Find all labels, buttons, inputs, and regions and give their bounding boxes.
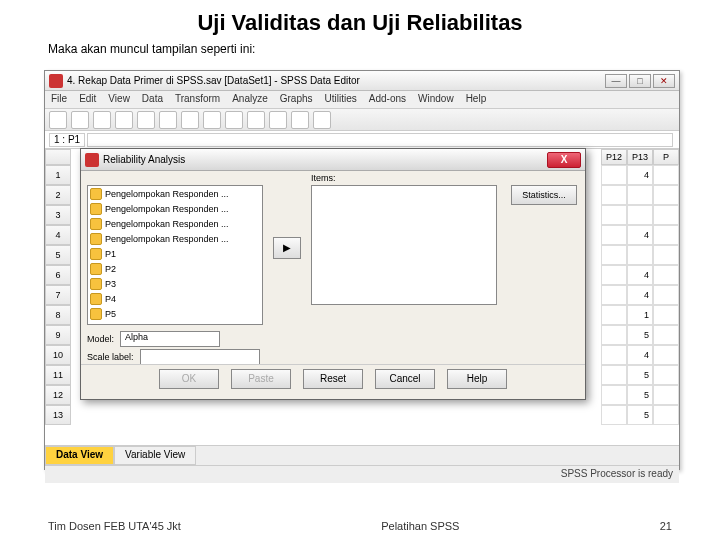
cell[interactable]: 1 (627, 305, 653, 325)
tool-open-icon[interactable] (49, 111, 67, 129)
cell[interactable]: 5 (627, 365, 653, 385)
cell[interactable]: 5 (627, 385, 653, 405)
cell[interactable]: 4 (627, 165, 653, 185)
maximize-button[interactable]: □ (629, 74, 651, 88)
tool-redo-icon[interactable] (137, 111, 155, 129)
row-header[interactable]: 10 (45, 345, 71, 365)
cell[interactable] (601, 305, 627, 325)
list-item[interactable]: P1 (88, 246, 262, 261)
row-header[interactable]: 3 (45, 205, 71, 225)
cell[interactable] (601, 365, 627, 385)
model-combo[interactable]: Alpha (120, 331, 220, 347)
variables-listbox[interactable]: Pengelompokan Responden ... Pengelompoka… (87, 185, 263, 325)
col-header[interactable]: P13 (627, 149, 653, 165)
row-header[interactable]: 6 (45, 265, 71, 285)
col-header[interactable]: P12 (601, 149, 627, 165)
cell[interactable] (653, 405, 679, 425)
tool-select-icon[interactable] (269, 111, 287, 129)
cell[interactable] (601, 405, 627, 425)
scale-input[interactable] (140, 349, 260, 365)
cell[interactable]: 4 (627, 225, 653, 245)
tool-use-icon[interactable] (313, 111, 331, 129)
menu-transform[interactable]: Transform (175, 93, 220, 106)
cancel-button[interactable]: Cancel (375, 369, 435, 389)
cell[interactable] (653, 225, 679, 245)
list-item[interactable]: P2 (88, 261, 262, 276)
cell[interactable] (601, 265, 627, 285)
cell[interactable] (653, 245, 679, 265)
menu-file[interactable]: File (51, 93, 67, 106)
tab-data-view[interactable]: Data View (45, 446, 114, 465)
cell-value[interactable] (87, 133, 673, 147)
menu-help[interactable]: Help (466, 93, 487, 106)
cell[interactable] (627, 245, 653, 265)
tool-print-icon[interactable] (93, 111, 111, 129)
list-item[interactable]: Pengelompokan Responden ... (88, 201, 262, 216)
paste-button[interactable]: Paste (231, 369, 291, 389)
cell[interactable] (601, 385, 627, 405)
tool-find-icon[interactable] (181, 111, 199, 129)
row-header[interactable]: 8 (45, 305, 71, 325)
cell[interactable] (653, 205, 679, 225)
cell[interactable] (601, 285, 627, 305)
menu-window[interactable]: Window (418, 93, 454, 106)
tool-split-icon[interactable] (225, 111, 243, 129)
list-item[interactable]: P4 (88, 291, 262, 306)
cell[interactable]: 4 (627, 345, 653, 365)
cell-reference[interactable]: 1 : P1 (49, 133, 85, 147)
list-item[interactable]: Pengelompokan Responden ... (88, 231, 262, 246)
move-right-button[interactable]: ▶ (273, 237, 301, 259)
tool-undo-icon[interactable] (115, 111, 133, 129)
items-listbox[interactable] (311, 185, 497, 305)
tool-save-icon[interactable] (71, 111, 89, 129)
cell[interactable] (627, 185, 653, 205)
cell[interactable] (601, 205, 627, 225)
reset-button[interactable]: Reset (303, 369, 363, 389)
list-item[interactable]: Pengelompokan Responden ... (88, 186, 262, 201)
row-header[interactable]: 4 (45, 225, 71, 245)
cell[interactable] (601, 185, 627, 205)
cell[interactable] (653, 385, 679, 405)
row-header[interactable]: 13 (45, 405, 71, 425)
row-header[interactable]: 5 (45, 245, 71, 265)
cell[interactable] (653, 365, 679, 385)
cell[interactable] (601, 225, 627, 245)
list-item[interactable]: P5 (88, 306, 262, 321)
close-button[interactable]: ✕ (653, 74, 675, 88)
col-header[interactable]: P (653, 149, 679, 165)
menu-view[interactable]: View (108, 93, 130, 106)
tab-variable-view[interactable]: Variable View (114, 446, 196, 465)
cell[interactable] (653, 285, 679, 305)
menu-addons[interactable]: Add-ons (369, 93, 406, 106)
help-button[interactable]: Help (447, 369, 507, 389)
list-item[interactable]: P3 (88, 276, 262, 291)
cell[interactable] (653, 265, 679, 285)
cell[interactable] (601, 325, 627, 345)
tool-weight-icon[interactable] (247, 111, 265, 129)
cell[interactable]: 4 (627, 285, 653, 305)
dialog-close-button[interactable]: X (547, 152, 581, 168)
cell[interactable] (653, 345, 679, 365)
cell[interactable] (627, 205, 653, 225)
row-header[interactable]: 1 (45, 165, 71, 185)
row-header[interactable]: 7 (45, 285, 71, 305)
menu-data[interactable]: Data (142, 93, 163, 106)
statistics-button[interactable]: Statistics... (511, 185, 577, 205)
cell[interactable] (653, 185, 679, 205)
tool-goto-icon[interactable] (159, 111, 177, 129)
cell[interactable] (601, 245, 627, 265)
menu-utilities[interactable]: Utilities (325, 93, 357, 106)
minimize-button[interactable]: — (605, 74, 627, 88)
menu-edit[interactable]: Edit (79, 93, 96, 106)
row-header[interactable]: 9 (45, 325, 71, 345)
cell[interactable]: 4 (627, 265, 653, 285)
list-item[interactable]: Pengelompokan Responden ... (88, 216, 262, 231)
cell[interactable] (601, 345, 627, 365)
cell[interactable] (601, 165, 627, 185)
row-header[interactable]: 12 (45, 385, 71, 405)
cell[interactable]: 5 (627, 325, 653, 345)
menu-analyze[interactable]: Analyze (232, 93, 268, 106)
cell[interactable] (653, 305, 679, 325)
cell[interactable]: 5 (627, 405, 653, 425)
ok-button[interactable]: OK (159, 369, 219, 389)
